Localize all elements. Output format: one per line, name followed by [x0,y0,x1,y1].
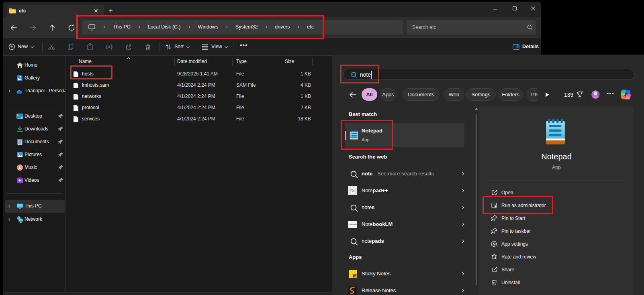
svg-text:NotebookLM: NotebookLM [350,224,357,226]
